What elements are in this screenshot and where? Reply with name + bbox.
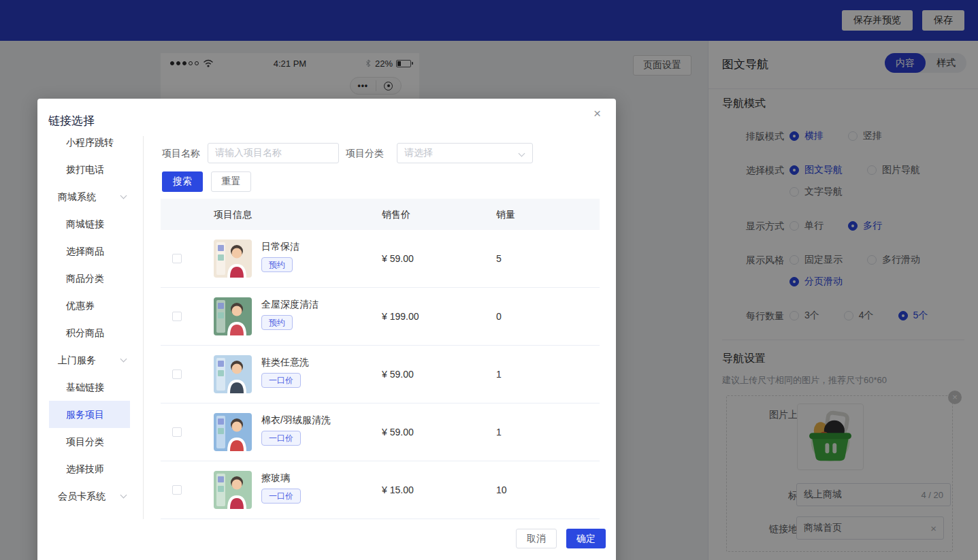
- service-name: 全屋深度清洁: [261, 299, 319, 311]
- service-sales: 10: [496, 484, 507, 495]
- project-name-input[interactable]: 请输入项目名称: [208, 143, 339, 163]
- service-sales: 1: [496, 369, 502, 380]
- service-price: ¥ 59.00: [382, 427, 414, 438]
- confirm-button[interactable]: 确定: [566, 529, 606, 548]
- service-name: 日常保洁: [261, 241, 299, 253]
- chevron-down-icon: [120, 492, 127, 499]
- service-sales: 1: [496, 427, 502, 438]
- row-checkbox[interactable]: [172, 254, 182, 263]
- sidebar-group-home-service[interactable]: 上门服务: [49, 346, 143, 374]
- sidebar-item-points-goods[interactable]: 积分商品: [49, 319, 143, 346]
- service-sales: 5: [496, 253, 502, 264]
- sidebar-item-miniprogram[interactable]: 小程序跳转: [49, 136, 143, 156]
- service-price: ¥ 15.00: [382, 484, 414, 495]
- table-row[interactable]: 棉衣/羽绒服清洗一口价 ¥ 59.00 1: [161, 403, 600, 461]
- sidebar-group-mall[interactable]: 商城系统: [49, 183, 143, 210]
- sidebar-item-project-category[interactable]: 项目分类: [49, 428, 143, 455]
- service-name: 鞋类任意洗: [261, 357, 309, 369]
- service-price: ¥ 59.00: [382, 369, 414, 380]
- service-name: 擦玻璃: [261, 472, 301, 484]
- sidebar-item-coupon[interactable]: 优惠券: [49, 292, 143, 319]
- sidebar-item-choose-goods[interactable]: 选择商品: [49, 237, 143, 265]
- table-row[interactable]: 全屋深度清洁预约 ¥ 199.00 0: [161, 288, 600, 346]
- service-price: ¥ 199.00: [382, 311, 419, 322]
- service-thumbnail: [214, 297, 252, 335]
- sidebar-item-mall-link[interactable]: 商城链接: [49, 210, 143, 237]
- table-row[interactable]: 擦玻璃一口价 ¥ 15.00 10: [161, 461, 600, 519]
- service-thumbnail: [214, 413, 252, 451]
- service-table: 项目信息 销售价 销量 日常保洁预约 ¥ 59.00 5: [161, 199, 600, 519]
- service-tag: 一口价: [261, 373, 301, 388]
- row-checkbox[interactable]: [172, 369, 182, 379]
- chevron-down-icon: [120, 193, 127, 199]
- chevron-down-icon: [519, 150, 525, 157]
- table-header: 项目信息 销售价 销量: [161, 199, 600, 230]
- sidebar-item-goods-category[interactable]: 商品分类: [49, 265, 143, 292]
- service-name: 棉衣/羽绒服清洗: [261, 414, 331, 427]
- link-category-sidebar[interactable]: 小程序跳转 拨打电话 商城系统 商城链接 选择商品 商品分类 优惠券 积分商品 …: [49, 136, 144, 519]
- service-thumbnail: [214, 240, 252, 278]
- service-tag: 一口价: [261, 431, 301, 446]
- table-row[interactable]: 日常保洁预约 ¥ 59.00 5: [161, 230, 600, 288]
- close-icon[interactable]: ×: [593, 107, 601, 120]
- service-price: ¥ 59.00: [382, 253, 414, 264]
- sidebar-item-service-project[interactable]: 服务项目: [49, 401, 130, 428]
- row-checkbox[interactable]: [172, 312, 182, 321]
- reset-button[interactable]: 重置: [211, 171, 251, 192]
- service-thumbnail: [214, 471, 252, 509]
- project-category-select[interactable]: 请选择: [397, 143, 533, 163]
- service-tag: 预约: [261, 257, 293, 272]
- row-checkbox[interactable]: [172, 485, 182, 495]
- row-checkbox[interactable]: [172, 427, 182, 437]
- sidebar-item-basic-link[interactable]: 基础链接: [49, 374, 143, 401]
- sidebar-group-member-card[interactable]: 会员卡系统: [49, 482, 143, 510]
- service-tag: 预约: [261, 315, 293, 330]
- modal-title: 链接选择: [48, 113, 95, 129]
- chevron-down-icon: [120, 356, 127, 363]
- link-select-modal: 链接选择 × 小程序跳转 拨打电话 商城系统 商城链接 选择商品 商品分类 优惠…: [37, 99, 616, 560]
- service-sales: 0: [496, 311, 502, 322]
- project-category-label: 项目分类: [346, 143, 384, 163]
- service-thumbnail: [214, 355, 252, 393]
- sidebar-item-choose-technician[interactable]: 选择技师: [49, 455, 143, 482]
- table-row[interactable]: 鞋类任意洗一口价 ¥ 59.00 1: [161, 346, 600, 403]
- service-tag: 一口价: [261, 489, 301, 504]
- cancel-button[interactable]: 取消: [516, 529, 557, 548]
- project-name-label: 项目名称: [162, 143, 200, 163]
- sidebar-item-call[interactable]: 拨打电话: [49, 156, 143, 183]
- search-button[interactable]: 搜索: [162, 171, 203, 192]
